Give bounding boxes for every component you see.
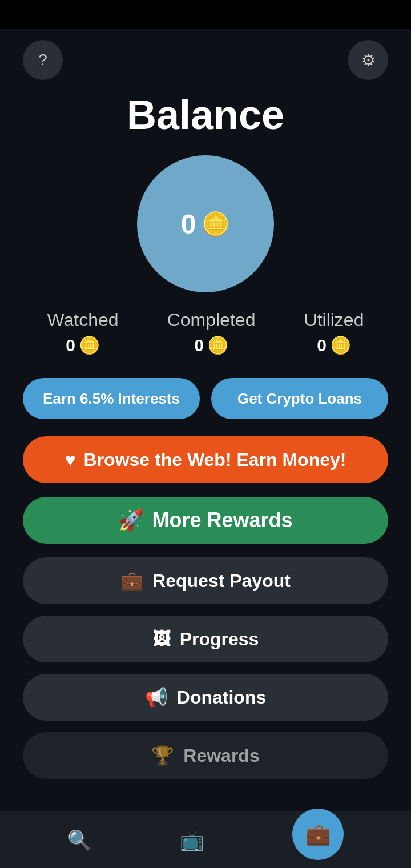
stat-watched: Watched 0 🪙 <box>47 310 119 355</box>
get-crypto-loans-button[interactable]: Get Crypto Loans <box>211 378 388 419</box>
balance-amount: 0 <box>181 208 196 240</box>
completed-coin: 🪙 <box>207 335 228 355</box>
home-nav-button[interactable]: 📺 <box>180 829 204 851</box>
utilized-label: Utilized <box>304 310 364 331</box>
help-icon: ? <box>38 51 47 69</box>
help-button[interactable]: ? <box>23 40 63 80</box>
more-rewards-button[interactable]: 🚀 More Rewards <box>23 497 388 544</box>
watched-value: 0 🪙 <box>66 335 100 355</box>
request-payout-button[interactable]: 💼 Request Payout <box>23 557 388 604</box>
stat-completed: Completed 0 🪙 <box>167 310 256 355</box>
utilized-coin: 🪙 <box>330 335 351 355</box>
blue-buttons-row: Earn 6.5% Interests Get Crypto Loans <box>0 378 411 419</box>
wallet-icon: 💼 <box>305 822 331 846</box>
settings-icon: ⚙ <box>361 51 376 70</box>
more-rewards-rocket-icon: 🚀 <box>118 508 144 532</box>
earn-interests-button[interactable]: Earn 6.5% Interests <box>23 378 200 419</box>
donations-button[interactable]: 📢 Donations <box>23 674 388 721</box>
request-payout-icon: 💼 <box>120 570 143 592</box>
header: ? ⚙ <box>0 29 411 86</box>
donations-icon: 📢 <box>145 686 168 708</box>
search-nav-button[interactable]: 🔍 <box>67 829 91 851</box>
page-title: Balance <box>127 91 284 138</box>
rewards-partial-icon: 🏆 <box>151 745 174 766</box>
stats-row: Watched 0 🪙 Completed 0 🪙 Utilized 0 🪙 <box>0 310 411 355</box>
browse-web-heart-icon: ♥ <box>65 449 76 471</box>
browse-web-button[interactable]: ♥ Browse the Web! Earn Money! <box>23 436 388 483</box>
progress-icon: 🖼 <box>152 629 171 650</box>
completed-value: 0 🪙 <box>194 335 228 355</box>
wallet-nav-button[interactable]: 💼 <box>292 809 344 860</box>
bottom-nav: 🔍 📺 💼 <box>0 811 411 868</box>
status-bar <box>0 0 411 29</box>
rewards-partial-button[interactable]: 🏆 Rewards <box>23 732 388 779</box>
progress-button[interactable]: 🖼 Progress <box>23 616 388 662</box>
balance-coin-icon: 🪙 <box>202 211 230 238</box>
stat-utilized: Utilized 0 🪙 <box>304 310 364 355</box>
watched-coin: 🪙 <box>79 335 100 355</box>
settings-button[interactable]: ⚙ <box>348 40 388 80</box>
content-area: Balance 0 🪙 Watched 0 🪙 Completed 0 🪙 Ut… <box>0 86 411 868</box>
watched-label: Watched <box>47 310 119 331</box>
utilized-value: 0 🪙 <box>317 335 351 355</box>
completed-label: Completed <box>167 310 256 331</box>
balance-circle: 0 🪙 <box>137 155 274 292</box>
